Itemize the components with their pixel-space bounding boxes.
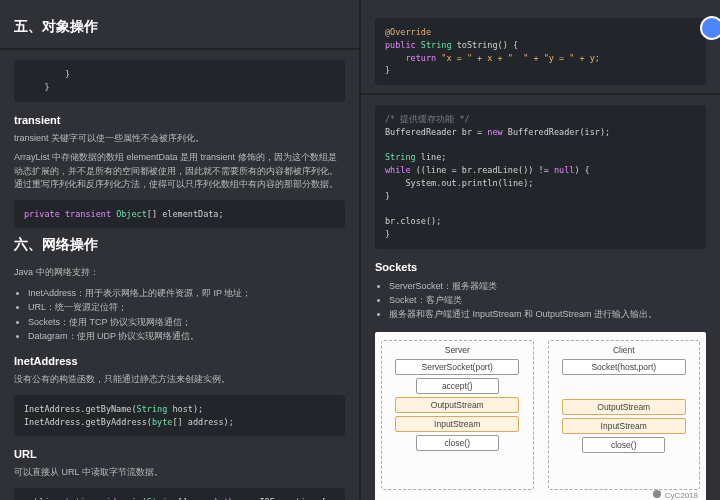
code-url[interactable]: public static void main(String[] args) t… [14, 488, 345, 500]
socket-diagram: Server ServerSocket(port) accept() Outpu… [375, 332, 706, 500]
dia-box: OutputStream [395, 397, 519, 413]
split-view: 五、对象操作 } } transient transient 关键字可以使一些属… [0, 0, 720, 500]
dia-box: accept() [416, 378, 499, 394]
list-item: Datagram：使用 UDP 协议实现网络通信。 [28, 329, 345, 343]
dia-box: close() [416, 435, 499, 451]
code-bufferedreader[interactable]: /* 提供缓存功能 */ BufferedReader br = new Buf… [375, 105, 706, 249]
list-item: ServerSocket：服务器端类 [389, 279, 706, 293]
para-net: Java 中的网络支持： [14, 266, 345, 280]
dia-box: Socket(host,port) [562, 359, 686, 375]
code-inet[interactable]: InetAddress.getByName(String host); Inet… [14, 395, 345, 437]
diagram-server-col: Server ServerSocket(port) accept() Outpu… [381, 340, 534, 490]
rest: [] elementData; [147, 209, 224, 219]
code-transient[interactable]: private transient Object[] elementData; [14, 200, 345, 229]
divider [361, 93, 720, 95]
dia-box: close() [582, 437, 665, 453]
list-item: 服务器和客户端通过 InputStream 和 OutputStream 进行输… [389, 307, 706, 321]
heading-transient: transient [14, 114, 345, 126]
para-transient-2: ArrayList 中存储数据的数组 elementData 是用 transi… [14, 151, 345, 192]
heading-sockets: Sockets [375, 261, 706, 273]
list-item: InetAddress：用于表示网络上的硬件资源，即 IP 地址； [28, 286, 345, 300]
list-item: URL：统一资源定位符； [28, 300, 345, 314]
dia-box: OutputStream [562, 399, 686, 415]
dia-box: InputStream [562, 418, 686, 434]
sockets-list: ServerSocket：服务器端类 Socket：客户端类 服务器和客户端通过… [389, 279, 706, 322]
dia-box: InputStream [395, 416, 519, 432]
svg-point-0 [653, 490, 661, 498]
list-item: Socket：客户端类 [389, 293, 706, 307]
heading-inetaddress: InetAddress [14, 355, 345, 367]
para-transient-1: transient 关键字可以使一些属性不会被序列化。 [14, 132, 345, 146]
dia-box: ServerSocket(port) [395, 359, 519, 375]
type: Object [116, 209, 147, 219]
heading-network: 六、网络操作 [14, 236, 345, 254]
list-item: Sockets：使用 TCP 协议实现网络通信； [28, 315, 345, 329]
right-content: @Override public String toString() { ret… [361, 0, 720, 500]
heading-objects: 五、对象操作 [14, 18, 345, 36]
floating-action-button[interactable] [700, 16, 720, 40]
diagram-brand: CyC2018 [652, 489, 698, 500]
para-url: 可以直接从 URL 中读取字节流数据。 [14, 466, 345, 480]
code-stub[interactable]: } } [14, 60, 345, 102]
left-content: 五、对象操作 } } transient transient 关键字可以使一些属… [0, 0, 359, 500]
diagram-client-col: Client Socket(host,port) OutputStream In… [548, 340, 701, 490]
heading-url: URL [14, 448, 345, 460]
right-pane: @Override public String toString() { ret… [361, 0, 720, 500]
code-tostring[interactable]: @Override public String toString() { ret… [375, 18, 706, 85]
diagram-server-title: Server [390, 345, 525, 355]
diagram-client-title: Client [557, 345, 692, 355]
para-inet: 没有公有的构造函数，只能通过静态方法来创建实例。 [14, 373, 345, 387]
github-icon [652, 489, 662, 499]
kw: private transient [24, 209, 111, 219]
left-pane: 五、对象操作 } } transient transient 关键字可以使一些属… [0, 0, 361, 500]
net-list: InetAddress：用于表示网络上的硬件资源，即 IP 地址； URL：统一… [28, 286, 345, 344]
divider [0, 48, 359, 50]
